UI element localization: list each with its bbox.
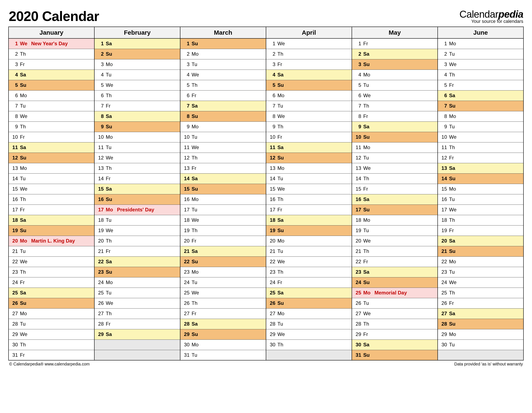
- day-cell: 29We: [9, 329, 94, 340]
- day-cell: 1Mo: [438, 38, 523, 49]
- day-number: 1: [97, 41, 104, 46]
- day-number: 10: [182, 134, 190, 140]
- day-cell: 12Su: [9, 153, 94, 163]
- day-cell: 15Su: [180, 184, 266, 194]
- day-number: 19: [268, 228, 275, 233]
- day-number: 26: [97, 300, 104, 306]
- day-weekday: Fr: [363, 331, 372, 337]
- day-cell: 28Sa: [180, 319, 266, 329]
- day-cell: 30Th: [9, 340, 94, 350]
- day-weekday: Mo: [449, 41, 458, 46]
- day-cell: 3Fr: [266, 59, 352, 70]
- day-number: 24: [440, 279, 447, 285]
- day-weekday: Tu: [20, 321, 29, 327]
- day-weekday: Th: [449, 217, 458, 223]
- day-weekday: Fr: [192, 93, 201, 98]
- day-weekday: Th: [20, 51, 29, 57]
- day-cell: 7Th: [352, 101, 438, 111]
- day-weekday: Th: [20, 269, 29, 275]
- day-cell: 9Su: [94, 121, 180, 132]
- day-cell: 5We: [94, 80, 180, 90]
- day-number: 31: [182, 352, 190, 358]
- day-number: 24: [182, 279, 190, 285]
- day-cell: 28Fr: [94, 319, 180, 329]
- day-number: 28: [268, 321, 275, 327]
- day-cell: [94, 350, 180, 360]
- day-weekday: Sa: [106, 113, 115, 119]
- day-number: 10: [354, 134, 361, 140]
- day-weekday: Sa: [277, 290, 286, 296]
- day-number: 17: [97, 207, 104, 213]
- day-weekday: Su: [20, 228, 29, 233]
- day-cell: 6Mo: [9, 90, 94, 101]
- day-cell: 1Fr: [352, 38, 438, 49]
- day-cell: 30Mo: [180, 340, 266, 350]
- day-weekday: Th: [106, 238, 115, 244]
- day-weekday: Tu: [20, 176, 29, 182]
- day-cell: 25Sa: [266, 288, 352, 298]
- day-number: 31: [354, 352, 361, 358]
- day-cell: 14Tu: [266, 173, 352, 184]
- day-weekday: Fr: [449, 155, 458, 161]
- day-number: 20: [11, 238, 18, 244]
- day-weekday: Tu: [106, 290, 115, 296]
- brand-logo: Calendarpedia: [459, 9, 523, 20]
- day-cell: 30Th: [266, 340, 352, 350]
- day-weekday: Mo: [277, 93, 286, 98]
- day-cell: 8We: [266, 111, 352, 121]
- day-weekday: Tu: [449, 342, 458, 348]
- day-weekday: Fr: [20, 207, 29, 213]
- day-number: 1: [268, 41, 275, 46]
- day-cell: 9Mo: [180, 121, 266, 132]
- day-cell: 17We: [438, 204, 523, 215]
- day-weekday: Mo: [363, 145, 372, 150]
- day-weekday: Th: [277, 269, 286, 275]
- day-cell: 11Tu: [94, 142, 180, 153]
- day-cell: 11Sa: [266, 142, 352, 153]
- day-number: 4: [354, 72, 361, 78]
- day-cell: 27Mo: [9, 308, 94, 319]
- day-number: 9: [97, 124, 104, 129]
- day-cell: 13Mo: [9, 163, 94, 173]
- day-number: 9: [182, 124, 190, 129]
- day-number: 12: [268, 155, 275, 161]
- day-cell: 26Su: [9, 298, 94, 308]
- day-cell: 29Mo: [438, 329, 523, 340]
- day-number: 5: [182, 82, 190, 88]
- day-number: 15: [268, 186, 275, 192]
- day-weekday: We: [106, 82, 115, 88]
- day-cell: 24Fr: [266, 277, 352, 288]
- day-cell: 20Th: [94, 236, 180, 246]
- day-cell: [94, 340, 180, 350]
- day-number: 10: [11, 134, 18, 140]
- day-weekday: Sa: [449, 311, 458, 316]
- day-cell: [438, 350, 523, 360]
- day-number: 2: [440, 51, 447, 57]
- day-weekday: Fr: [20, 352, 29, 358]
- day-weekday: Sa: [106, 331, 115, 337]
- day-cell: 22Mo: [438, 257, 523, 267]
- day-weekday: Mo: [20, 311, 29, 316]
- day-cell: 12Tu: [352, 153, 438, 163]
- day-weekday: Sa: [192, 248, 201, 254]
- brand: Calendarpedia Your source for calendars: [459, 9, 523, 24]
- day-number: 2: [97, 51, 104, 57]
- day-cell: 14Tu: [9, 173, 94, 184]
- day-cell: 7Sa: [180, 101, 266, 111]
- day-weekday: Mo: [363, 290, 372, 296]
- day-weekday: Fr: [106, 103, 115, 109]
- day-cell: 20Mo: [266, 236, 352, 246]
- day-cell: 10Fr: [266, 132, 352, 142]
- day-cell: 12Th: [180, 153, 266, 163]
- day-cell: 17Fr: [266, 204, 352, 215]
- day-number: 20: [440, 238, 447, 244]
- day-cell: 12Fr: [438, 153, 523, 163]
- day-number: 14: [11, 176, 18, 182]
- day-cell: 8We: [9, 111, 94, 121]
- day-weekday: Su: [277, 300, 286, 306]
- footer-right: Data provided 'as is' without warranty: [454, 362, 523, 367]
- day-weekday: Mo: [106, 279, 115, 285]
- day-weekday: We: [363, 165, 372, 171]
- day-number: 10: [97, 134, 104, 140]
- day-number: 13: [268, 165, 275, 171]
